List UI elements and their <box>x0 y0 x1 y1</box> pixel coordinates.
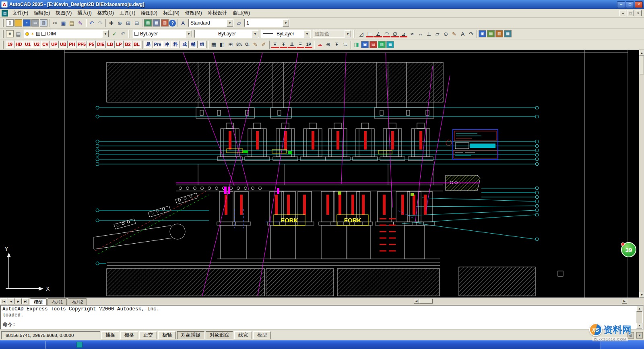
die-tool-UP[interactable]: UP <box>50 41 59 48</box>
dim-style1-icon[interactable]: Ŧ <box>271 41 279 49</box>
layer-tools-icon[interactable]: ▤ <box>487 30 495 37</box>
toolbar-grip[interactable] <box>2 30 4 38</box>
cloud-icon[interactable]: ☁ <box>316 41 324 49</box>
tab-model[interactable]: 模型 <box>30 298 47 305</box>
style-manager-icon[interactable]: ▣ <box>479 30 486 37</box>
toolbar-grip[interactable] <box>128 30 130 38</box>
dim-diameter-icon[interactable]: ∅ <box>391 30 399 38</box>
osnap-mini-icon[interactable]: ◨ <box>352 41 361 49</box>
menu-item[interactable]: 文件(F) <box>10 8 31 18</box>
tab-layout2[interactable]: 布局2 <box>68 298 87 305</box>
die-tool-U1[interactable]: U1 <box>23 41 32 48</box>
block-icon[interactable]: ◧ <box>218 41 226 49</box>
revision-icon[interactable]: ⊕ <box>324 41 332 49</box>
menu-item[interactable]: 绘图(D) <box>138 8 160 18</box>
redo-icon[interactable]: ↷ <box>96 19 104 27</box>
die-tool-zu[interactable]: 组 <box>198 41 206 48</box>
tab-last-button[interactable]: ▶| <box>22 298 29 304</box>
menu-item[interactable]: 修改(M) <box>182 8 205 18</box>
die-tool-fu[interactable]: 輔 <box>189 41 198 48</box>
die-tool-UB[interactable]: UB <box>59 41 68 48</box>
die-tool-PH[interactable]: PH <box>68 41 76 48</box>
make-layer-current-icon[interactable]: ✓ <box>110 30 119 38</box>
die-tool-BL[interactable]: BL <box>132 41 141 48</box>
new-file-icon[interactable]: ▯ <box>6 19 14 27</box>
ordinate-icon[interactable]: O. <box>244 41 251 49</box>
die-tool-LB[interactable]: LB <box>106 41 115 48</box>
green-tool-icon[interactable]: ▥ <box>378 41 386 48</box>
chevron-down-icon[interactable]: ▼ <box>304 30 310 37</box>
dim-row-icon[interactable]: Ξ <box>296 41 305 49</box>
toggle-正交[interactable]: 正交 <box>139 331 157 339</box>
tool-palettes-icon[interactable]: ▥ <box>161 19 169 27</box>
designcenter-icon[interactable]: ▦ <box>153 19 160 27</box>
dim-ordinate-icon[interactable]: ⊥ <box>425 30 433 38</box>
toolbar-grip[interactable] <box>2 19 4 27</box>
dim-continue-icon[interactable]: ↔ <box>416 30 425 38</box>
drawing-file-icon[interactable]: ▤ <box>2 10 8 16</box>
table-icon[interactable]: ▦ <box>209 41 218 49</box>
dim-text-edit-icon[interactable]: A <box>458 30 467 38</box>
tolerance-icon[interactable]: ▱ <box>433 30 442 38</box>
die-tool-yi[interactable]: 易 <box>144 41 153 48</box>
die-tool-chong[interactable]: 冲 <box>162 41 171 48</box>
plot-preview-icon[interactable]: ▥ <box>40 19 47 27</box>
color-combo[interactable]: ByLayer ▼ <box>133 30 192 38</box>
die-tool-U2[interactable]: U2 <box>32 41 41 48</box>
pencil2-icon[interactable]: ✐ <box>260 41 268 49</box>
die-tool-pre[interactable]: Pre <box>153 41 163 48</box>
toggle-极轴[interactable]: 极轴 <box>158 331 176 339</box>
command-window[interactable]: AutoCAD Express Tools Copyright ?2000 Au… <box>0 305 644 330</box>
fraction-icon[interactable]: 8¾ <box>235 41 244 49</box>
dim-linear-icon[interactable]: ⊢ <box>365 30 374 38</box>
canvas-vertical-scrollbar[interactable]: ▲ ▼ <box>639 50 644 298</box>
grid-icon[interactable]: ⊞ <box>226 41 235 49</box>
chevron-down-icon[interactable]: ▼ <box>186 30 192 37</box>
dim-style-combo[interactable]: 1 ▼ <box>244 19 289 27</box>
toggle-栅格[interactable]: 栅格 <box>120 331 138 339</box>
chevron-down-icon[interactable]: ▼ <box>252 30 258 37</box>
dim-angular-icon[interactable]: ⊿ <box>399 30 408 38</box>
scroll-left-icon[interactable]: ◀ <box>414 299 419 304</box>
track-icon[interactable]: Ŧ <box>332 41 341 49</box>
dim-radius-icon[interactable]: ◠ <box>382 30 391 38</box>
menu-item[interactable]: 标注(N) <box>160 8 182 18</box>
zoom-previous-icon[interactable]: ⊟ <box>132 19 141 27</box>
scroll-up-icon[interactable]: ▲ <box>636 306 642 312</box>
tab-layout1[interactable]: 布局1 <box>47 298 67 305</box>
quick-launch-icon[interactable] <box>76 342 83 348</box>
menu-item[interactable]: 格式(O) <box>95 8 117 18</box>
cyan-tool-icon[interactable]: ▦ <box>386 41 394 48</box>
chevron-down-icon[interactable]: ▼ <box>283 19 289 27</box>
leader-1p-icon[interactable]: 1P <box>305 41 313 49</box>
scroll-thumb[interactable] <box>640 56 644 74</box>
rail-icon[interactable]: ≒ <box>341 41 349 49</box>
dim-aligned-icon[interactable]: ∠ <box>374 30 382 38</box>
layer-freeze-sun-icon[interactable]: ☀ <box>30 31 35 36</box>
command-prompt[interactable]: 命令: <box>2 322 16 328</box>
block-tools-icon[interactable]: ▥ <box>495 30 503 37</box>
toolbar-grip[interactable] <box>2 41 4 49</box>
copy-icon[interactable]: ▣ <box>59 19 68 27</box>
toolbar-grip[interactable] <box>353 30 355 38</box>
tab-next-button[interactable]: ▶ <box>15 298 22 304</box>
selection-grip[interactable] <box>558 271 563 276</box>
dim-update-icon[interactable]: ↷ <box>467 30 475 38</box>
die-tool-LP[interactable]: LP <box>115 41 124 48</box>
menu-item[interactable]: 视图(V) <box>53 8 74 18</box>
scroll-right-icon[interactable]: ▶ <box>622 299 627 304</box>
toggle-模型[interactable]: 模型 <box>253 331 271 339</box>
die-tool-B2[interactable]: B2 <box>124 41 132 48</box>
die-tool-HD[interactable]: HD <box>14 41 23 48</box>
plot-icon[interactable]: ▭ <box>31 19 39 27</box>
toggle-线宽[interactable]: 线宽 <box>234 331 252 339</box>
minimize-button[interactable]: – <box>617 1 625 8</box>
layer-manager-icon[interactable]: ≡ <box>6 30 14 37</box>
zoom-window-icon[interactable]: ⊞ <box>124 19 132 27</box>
dim-style2-icon[interactable]: Ŧ <box>279 41 288 49</box>
scroll-down-icon[interactable]: ▼ <box>639 292 644 298</box>
blue-tool-icon[interactable]: ▣ <box>361 41 369 48</box>
center-mark-icon[interactable]: ⊙ <box>442 30 450 38</box>
qleader-icon[interactable]: ◿ <box>357 30 365 38</box>
layer-states-icon[interactable]: ▤ <box>14 30 23 38</box>
